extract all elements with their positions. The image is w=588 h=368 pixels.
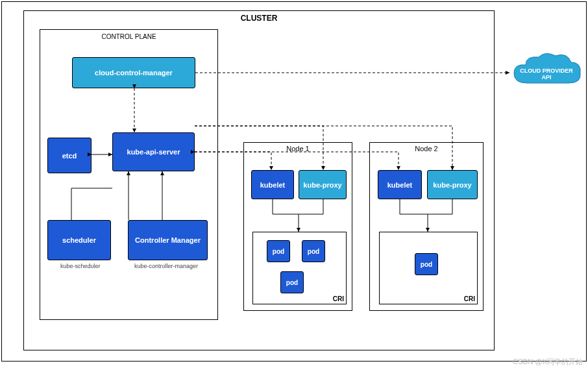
node1-pod3: pod bbox=[280, 271, 304, 293]
node1-kubeproxy-box: kube-proxy bbox=[299, 170, 347, 199]
node2-kubeproxy-label: kube-proxy bbox=[433, 181, 471, 189]
api-server-box: kube-api-server bbox=[112, 132, 195, 171]
node1-kubeproxy-label: kube-proxy bbox=[303, 181, 341, 189]
controller-manager-box: Controller Manager bbox=[128, 220, 208, 260]
etcd-box: etcd bbox=[47, 138, 92, 173]
etcd-label: etcd bbox=[62, 152, 77, 160]
node2-kubeproxy-box: kube-proxy bbox=[427, 170, 478, 199]
cm-caption: kube-controller-manager bbox=[134, 263, 198, 269]
node2-cri-label: CRI bbox=[464, 295, 475, 302]
scheduler-caption: kube-scheduler bbox=[60, 263, 101, 269]
node1-title: Node 1 bbox=[244, 145, 352, 153]
node2-pod1: pod bbox=[415, 253, 438, 275]
node1-pod2: pod bbox=[302, 240, 325, 262]
node2-kubelet-label: kubelet bbox=[387, 181, 413, 189]
node2-title: Node 2 bbox=[370, 145, 483, 153]
scheduler-box: scheduler bbox=[47, 220, 111, 260]
api-server-label: kube-api-server bbox=[127, 148, 180, 156]
node1-cri-label: CRI bbox=[333, 295, 344, 302]
cloud-label: CLOUD PROVIDER API bbox=[516, 67, 577, 80]
node1-pod1: pod bbox=[267, 240, 290, 262]
node1-kubelet-box: kubelet bbox=[251, 170, 294, 199]
ccm-label: cloud-control-manager bbox=[95, 69, 173, 77]
cluster-title: CLUSTER bbox=[24, 14, 494, 23]
scheduler-label: scheduler bbox=[62, 236, 96, 244]
watermark: CSDN @X同学的开始 bbox=[513, 357, 583, 367]
cloud-control-manager-box: cloud-control-manager bbox=[72, 57, 195, 88]
control-plane-title: CONTROL PLANE bbox=[40, 33, 217, 40]
cm-label: Controller Manager bbox=[135, 236, 201, 244]
node2-kubelet-box: kubelet bbox=[378, 170, 422, 199]
node1-kubelet-label: kubelet bbox=[260, 181, 286, 189]
